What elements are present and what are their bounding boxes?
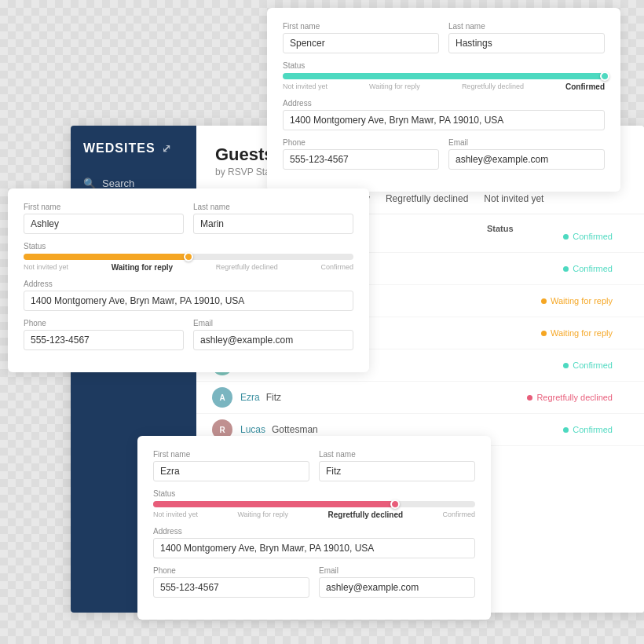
table-row[interactable]: HHannaCavanaughWaiting for reply	[196, 285, 644, 317]
logo-text: WEDSITES	[83, 141, 156, 156]
sidebar-item-site[interactable]: ▣ Site ›	[71, 220, 196, 244]
guest-name: HannaCavanaugh	[240, 295, 503, 306]
status-dot	[563, 234, 569, 240]
guest-list: SSpencerHastingsConfirmedAAshleyMarinCon…	[196, 221, 644, 446]
page-subtitle: by RSVP Status	[215, 166, 625, 177]
status-dot	[527, 395, 532, 401]
status-text: Confirmed	[573, 264, 613, 273]
guest-first-name[interactable]: Spencer	[240, 231, 276, 242]
status-column-header: Status	[487, 224, 628, 233]
chevron-right-icon: ›	[181, 228, 184, 236]
monitor-icon: ▣	[83, 226, 96, 238]
table-row[interactable]: AEzraFitzRegretfully declined	[196, 382, 644, 414]
table-row[interactable]: AAriaMontgomeryWaiting for reply	[196, 317, 644, 349]
page-title: Guests	[215, 145, 625, 165]
guest-first-name[interactable]: Hanna	[240, 295, 268, 306]
sidebar-home-label: Home	[102, 202, 130, 214]
avatar: E	[212, 355, 232, 375]
guest-first-name[interactable]: Lucas	[240, 424, 265, 435]
sidebar: WEDSITES ⤢ 🔍 Search ⌂ Home ▣ Site ›	[71, 126, 196, 613]
sidebar-search-label: Search	[102, 177, 134, 189]
status-text: Confirmed	[573, 425, 613, 434]
avatar: A	[212, 258, 232, 279]
sidebar-item-search[interactable]: 🔍 Search	[71, 171, 196, 196]
tab-all[interactable]: All	[215, 193, 227, 214]
external-link-icon: ⤢	[162, 142, 172, 155]
status-badge: Waiting for reply	[503, 296, 628, 306]
guest-last-name: Fields	[269, 360, 295, 371]
page-header: Guests by RSVP Status	[196, 126, 644, 184]
search-icon: 🔍	[83, 177, 96, 189]
guest-name: AshleyMarin	[240, 263, 503, 274]
status-dot	[541, 331, 547, 336]
table-row[interactable]: RLucasGottesmanConfirmed	[196, 414, 644, 446]
guest-first-name[interactable]: Ashley	[240, 263, 269, 274]
guest-first-name[interactable]: Emily	[240, 360, 263, 371]
guest-first-name[interactable]: Aria	[240, 327, 257, 338]
guest-name: LucasGottesman	[240, 424, 503, 435]
status-text: Waiting for reply	[551, 328, 613, 338]
guest-first-name[interactable]: Ezra	[240, 392, 260, 403]
table-row[interactable]: EEmilyFieldsConfirmed	[196, 349, 644, 382]
guest-last-name: Marin	[275, 263, 298, 274]
tab-waiting[interactable]: Waiting for reply	[302, 193, 370, 214]
main-content: Guests by RSVP Status All Confirmed Wait…	[196, 126, 644, 613]
guest-last-name: Fitz	[266, 392, 281, 403]
status-badge: Confirmed	[503, 425, 628, 434]
home-icon: ⌂	[83, 202, 96, 214]
tab-not-invited[interactable]: Not invited yet	[484, 193, 543, 214]
status-badge: Confirmed	[503, 360, 628, 370]
tabs-nav: All Confirmed Waiting for reply Regretfu…	[196, 184, 644, 214]
status-dot	[541, 298, 547, 304]
guest-name: AriaMontgomery	[240, 327, 503, 338]
avatar: A	[212, 323, 232, 343]
guest-name: EmilyFields	[240, 360, 503, 371]
guest-last-name: Cavanaugh	[274, 295, 322, 306]
status-text: Waiting for reply	[551, 296, 613, 306]
avatar: A	[212, 387, 232, 408]
status-badge: Regretfully declined	[503, 393, 628, 402]
guest-last-name: Hastings	[282, 231, 319, 242]
tab-declined[interactable]: Regretfully declined	[386, 193, 468, 214]
status-text: Regretfully declined	[536, 393, 613, 402]
status-dot	[563, 363, 569, 368]
app-logo: WEDSITES ⤢	[71, 141, 196, 171]
guest-last-name: Montgomery	[263, 327, 316, 338]
guest-last-name: Gottesman	[272, 424, 318, 435]
sidebar-site-label: Site	[102, 226, 119, 238]
guest-name: SpencerHastings	[240, 231, 503, 242]
avatar: R	[212, 419, 232, 440]
table-row[interactable]: AAshleyMarinConfirmed	[196, 253, 644, 285]
status-text: Confirmed	[573, 360, 613, 370]
status-badge: Confirmed	[503, 264, 628, 273]
sidebar-item-home[interactable]: ⌂ Home	[71, 196, 196, 220]
status-dot	[563, 427, 569, 433]
tab-confirmed[interactable]: Confirmed	[243, 193, 286, 214]
avatar: S	[212, 226, 232, 247]
guest-name: EzraFitz	[240, 392, 503, 403]
status-dot	[563, 266, 569, 272]
avatar: H	[212, 291, 232, 311]
status-badge: Waiting for reply	[503, 328, 628, 338]
